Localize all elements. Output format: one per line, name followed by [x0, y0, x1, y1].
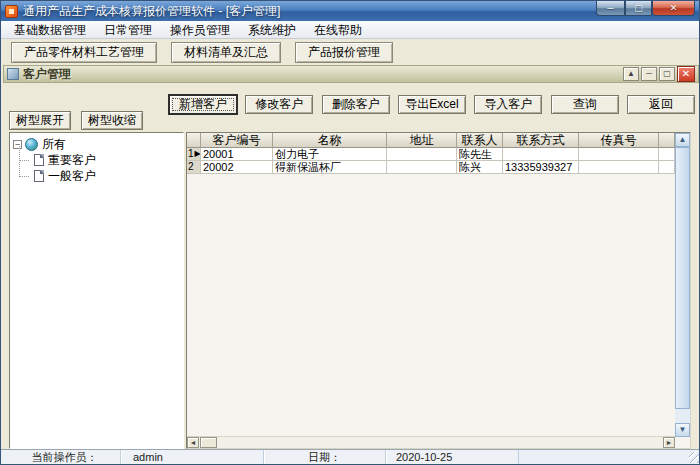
scroll-down-icon[interactable]: ▼: [675, 423, 690, 437]
menu-daily[interactable]: 日常管理: [95, 21, 161, 39]
column-header-customer-no[interactable]: 客户编号: [201, 133, 273, 148]
action-button-row: 新增客户 修改客户 删除客户 导出Excel 导入客户 查询 返回: [169, 95, 695, 114]
operator-value: admin: [121, 450, 264, 464]
status-bar: 当前操作员： admin 日期： 2020-10-25: [1, 449, 700, 464]
child-maximize-button[interactable]: ▢: [659, 67, 675, 81]
tree-node-label: 重要客户: [48, 152, 96, 169]
add-customer-button[interactable]: 新增客户: [169, 95, 237, 114]
document-icon: [34, 170, 44, 182]
cell-address[interactable]: [387, 148, 457, 161]
row-indicator-header: [187, 133, 201, 148]
cell-name[interactable]: 创力电子: [273, 148, 387, 161]
menu-help[interactable]: 在线帮助: [305, 21, 371, 39]
tree-control-buttons: 树型展开 树型收缩: [9, 111, 143, 130]
table-row[interactable]: 2 20002 得新保温杯厂 陈兴 13335939327: [187, 161, 675, 174]
tree-collapse-button[interactable]: 树型收缩: [81, 111, 143, 130]
table-row[interactable]: 1▶ 20001 创力电子 陈先生: [187, 148, 675, 161]
child-minimize-button[interactable]: ─: [641, 67, 657, 81]
toolbar-material-process-button[interactable]: 产品零件材料工艺管理: [11, 42, 157, 63]
tree-expand-button[interactable]: 树型展开: [9, 111, 71, 130]
query-button[interactable]: 查询: [551, 95, 619, 114]
column-header-fax[interactable]: 传真号: [579, 133, 659, 148]
edit-customer-button[interactable]: 修改客户: [245, 95, 313, 114]
scroll-right-icon[interactable]: ►: [663, 437, 675, 448]
cell-fax[interactable]: [579, 148, 659, 161]
minimize-button[interactable]: ─: [596, 1, 625, 16]
window-controls: ─ ▢ ✕: [596, 1, 695, 16]
title-bar: 通用产品生产成本核算报价管理软件 - [客户管理] ─ ▢ ✕: [1, 1, 700, 21]
child-close-button[interactable]: ✕: [677, 66, 695, 82]
toolbar-product-quote-button[interactable]: 产品报价管理: [295, 42, 393, 63]
main-toolbar: 产品零件材料工艺管理 材料清单及汇总 产品报价管理: [1, 39, 700, 65]
column-header-name[interactable]: 名称: [273, 133, 387, 148]
menu-basic-data[interactable]: 基础数据管理: [5, 21, 95, 39]
current-record-marker: ▶: [195, 148, 201, 160]
column-header-filler: [659, 133, 675, 148]
child-window-caption: 客户管理 ▲ ─ ▢ ✕: [3, 65, 699, 83]
form-icon: [7, 68, 19, 80]
child-rollup-icon[interactable]: ▲: [623, 67, 639, 81]
tree-node-label: 一般客户: [48, 168, 96, 185]
menu-bar: 基础数据管理 日常管理 操作员管理 系统维护 在线帮助: [1, 21, 700, 39]
cell-contact[interactable]: 陈先生: [457, 148, 503, 161]
cell-address[interactable]: [387, 161, 457, 174]
export-excel-button[interactable]: 导出Excel: [398, 95, 466, 114]
grid-header-row: 客户编号 名称 地址 联系人 联系方式 传真号: [187, 133, 675, 148]
import-customer-button[interactable]: 导入客户: [474, 95, 542, 114]
menu-system[interactable]: 系统维护: [239, 21, 305, 39]
cell-fax[interactable]: [579, 161, 659, 174]
operator-label: 当前操作员：: [9, 450, 121, 464]
delete-customer-button[interactable]: 删除客户: [322, 95, 390, 114]
vertical-scroll-thumb[interactable]: [675, 147, 690, 409]
document-icon: [34, 154, 44, 166]
cell-name[interactable]: 得新保温杯厂: [273, 161, 387, 174]
close-button[interactable]: ✕: [652, 1, 695, 16]
app-icon: [5, 5, 18, 18]
date-value: 2020-10-25: [386, 450, 519, 464]
horizontal-scrollbar[interactable]: ◄ ►: [187, 436, 675, 448]
customer-tree-panel: − 所有 重要客户 一般客户: [9, 132, 184, 449]
scroll-up-icon[interactable]: ▲: [675, 133, 690, 147]
column-header-contact[interactable]: 联系人: [457, 133, 503, 148]
status-bar-filler: [519, 450, 700, 464]
tree-node-label: 所有: [42, 136, 66, 153]
cell-filler: [659, 161, 675, 174]
vertical-scrollbar[interactable]: ▲ ▼: [675, 133, 690, 437]
tree-node-general-customers[interactable]: 一般客户: [12, 168, 181, 184]
return-button[interactable]: 返回: [627, 95, 695, 114]
column-header-phone[interactable]: 联系方式: [503, 133, 579, 148]
cell-contact[interactable]: 陈兴: [457, 161, 503, 174]
cell-customer-no[interactable]: 20002: [201, 161, 273, 174]
window-title: 通用产品生产成本核算报价管理软件 - [客户管理]: [23, 3, 280, 20]
tree-node-all[interactable]: − 所有: [12, 136, 181, 152]
maximize-button[interactable]: ▢: [625, 1, 652, 16]
cell-phone[interactable]: 13335939327: [503, 161, 579, 174]
toolbar-material-list-button[interactable]: 材料清单及汇总: [171, 42, 281, 63]
customer-grid: 客户编号 名称 地址 联系人 联系方式 传真号 1▶ 20001 创力电子 陈先…: [186, 132, 691, 449]
row-indicator: 1▶: [187, 148, 201, 161]
menu-operator[interactable]: 操作员管理: [161, 21, 239, 39]
date-label: 日期：: [264, 450, 386, 464]
horizontal-scroll-thumb[interactable]: [200, 437, 217, 448]
cell-filler: [659, 148, 675, 161]
grid-scroll-area: 客户编号 名称 地址 联系人 联系方式 传真号 1▶ 20001 创力电子 陈先…: [187, 133, 675, 437]
resize-grip[interactable]: [689, 452, 700, 463]
child-window-title: 客户管理: [23, 66, 71, 83]
child-window-controls: ▲ ─ ▢ ✕: [623, 66, 695, 82]
row-indicator: 2: [187, 161, 201, 174]
app-window: 通用产品生产成本核算报价管理软件 - [客户管理] ─ ▢ ✕ 基础数据管理 日…: [0, 0, 700, 465]
cell-customer-no[interactable]: 20001: [201, 148, 273, 161]
column-header-address[interactable]: 地址: [387, 133, 457, 148]
tree-node-important-customers[interactable]: 重要客户: [12, 152, 181, 168]
cell-phone[interactable]: [503, 148, 579, 161]
scroll-left-icon[interactable]: ◄: [187, 437, 199, 448]
